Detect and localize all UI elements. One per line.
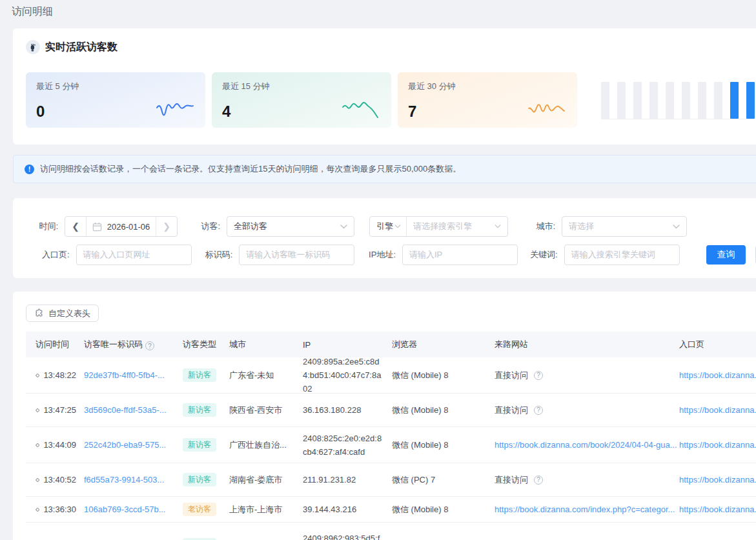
date-picker[interactable]: ❮ 2026-01-06 ❯ [65,216,178,237]
stat-card-5min: 最近 5 分钟 0 [26,72,205,128]
browser-cell: 微信 (Mobile) 8 [392,439,495,451]
col-browser: 浏览器 [392,339,495,350]
visit-time: 13:36:30 [43,505,76,514]
table-row: 13:40:52 f6d55a73-9914-503... 新访客 湖南省-娄底… [26,463,756,497]
visitor-uuid-link[interactable]: 106ab769-3ccd-57b... [84,505,165,514]
city-filter-label: 城市: [508,221,555,232]
visitor-type-badge: 老访客 [183,503,216,515]
ip-cell: 39.144.43.216 [303,503,392,516]
engine-segment-select[interactable]: 引擎 [370,217,407,236]
help-icon[interactable]: ? [534,475,543,485]
customize-columns-label: 自定义表头 [48,308,90,319]
browser-cell: 微信 (PC) 7 [392,474,495,486]
entry-page-link[interactable]: https://book.dizanna.co [679,475,756,485]
help-icon[interactable]: ? [534,371,543,380]
table-row: 13:47:25 3d569c0e-ffdf-53a5-... 新访客 陕西省-… [26,394,756,427]
visit-time: 13:47:25 [43,405,76,415]
referrer-link[interactable]: https://book.dizanna.com/book/2024/04-04… [495,440,677,450]
keyword-filter-label: 关键词: [518,249,558,261]
date-value[interactable]: 2026-01-06 [107,222,150,232]
stat-card-30min: 最近 30 分钟 7 [398,72,577,128]
table-header-row: 访问时间 访客唯一标识码? 访客类型 城市 IP 浏览器 来路网站 入口页 [26,332,756,357]
engine-segment-value: 引擎 [376,221,393,232]
visitor-filter-label: 访客: [178,221,220,232]
page: 访问明细 实时活跃访客数 最近 5 分钟 0 最近 15 分钟 [0,0,756,540]
help-icon[interactable]: ? [145,341,154,350]
visitor-type-badge: 新访客 [183,473,216,486]
customize-columns-button[interactable]: 自定义表头 [26,305,99,322]
city-cell: 广西壮族自治... [229,439,303,451]
visit-table-card: 自定义表头 访问时间 访客唯一标识码? 访客类型 城市 IP 浏览器 来路网站 … [13,292,756,540]
interval-bar-active [730,82,739,119]
visitor-uuid-link[interactable]: 3d569c0e-ffdf-53a5-... [84,405,167,415]
ip-cell: 2408:825c:2e0:e2d:8cb4:627:af4:cafd [303,432,392,459]
prev-day-button[interactable]: ❮ [65,217,86,236]
table-row: 新访客 2409:8962:983:5d5:f0 [26,523,756,540]
ip-cell: 2409:8962:983:5d5:f0 [303,532,392,540]
visitor-uuid-link[interactable]: f6d55a73-9914-503... [84,475,164,485]
interval-bar [666,82,674,119]
query-button[interactable]: 查询 [706,245,746,265]
puzzle-icon [34,308,44,318]
referrer-cell: 直接访问 [495,474,528,486]
chevron-down-icon [673,225,680,229]
city-placeholder: 请选择 [569,221,594,232]
uid-placeholder: 请输入访客唯一标识码 [246,249,330,261]
city-select[interactable]: 请选择 [562,216,687,237]
entry-page-link[interactable]: https://book.dizanna.co [679,405,756,415]
col-entry: 入口页 [679,339,756,350]
sparkline-blue-icon [155,97,195,119]
interval-bar-chart [601,74,755,119]
chevron-down-icon [340,225,347,229]
crosshair-icon [36,371,39,380]
chevron-down-icon [394,225,401,228]
browser-cell: 微信 (Mobile) 8 [392,370,495,381]
page-title: 访问明细 [0,0,756,23]
visit-time: 13:44:09 [43,440,76,450]
referrer-cell: 直接访问 [495,370,528,381]
visitor-uuid-link[interactable]: 92de37fb-4ff0-5fb4-... [84,370,165,380]
notice-text: 访问明细按会话数记录，一个会话一条记录。仅支持查询近15天的访问明细，每次查询最… [40,163,461,175]
realtime-card-title: 实时活跃访客数 [45,41,117,54]
engine-name-select[interactable]: 请选择搜索引擎 [407,217,507,236]
stat-value: 7 [408,104,416,119]
crosshair-icon [36,505,39,514]
help-icon[interactable]: ? [534,406,543,415]
interval-bar [633,82,642,119]
sparkline-orange-icon [527,97,567,119]
visitor-uuid-link[interactable]: 252c42b0-eba9-575... [84,440,166,450]
visitor-uid-input[interactable]: 请输入访客唯一标识码 [239,245,354,265]
entry-page-link[interactable]: https://book.dizanna.co [679,440,756,450]
realtime-visitors-card: 实时活跃访客数 最近 5 分钟 0 最近 15 分钟 4 [13,28,756,145]
filter-row-2: 入口页: 请输入入口页网址 标识码: 请输入访客唯一标识码 IP地址: 请输入I… [26,245,756,265]
crosshair-icon [36,406,39,415]
browser-cell: 微信 (Mobile) 8 [392,405,495,416]
visitor-type-value: 全部访客 [234,221,267,232]
browser-cell: 微信 (Mobile) 8 [392,504,495,515]
keyword-input[interactable]: 请输入搜索引擎关键词 [564,245,680,265]
visitor-type-select[interactable]: 全部访客 [227,216,354,237]
ip-input[interactable]: 请输入IP [402,245,518,265]
stat-label: 最近 30 分钟 [408,81,567,92]
interval-bar [682,82,690,119]
next-day-button[interactable]: ❯ [156,217,177,236]
col-city: 城市 [229,339,303,350]
referrer-link[interactable]: https://book.dizanna.com/index.php?c=cat… [495,505,675,514]
calendar-icon [92,222,102,232]
entry-page-input[interactable]: 请输入入口页网址 [76,245,192,265]
stat-card-15min: 最近 15 分钟 4 [212,72,391,128]
filter-row-1: 时间: ❮ 2026-01-06 ❯ 访客: 全部访客 引擎 [26,216,756,237]
table-row: 13:44:09 252c42b0-eba9-575... 新访客 广西壮族自治… [26,427,756,463]
interval-bar [698,82,706,119]
realtime-card-body: 最近 5 分钟 0 最近 15 分钟 4 最近 30 分 [26,72,756,128]
stat-value: 0 [36,104,45,119]
city-cell: 上海市-上海市 [229,504,303,515]
ip-filter-label: IP地址: [354,249,396,261]
search-engine-select-group[interactable]: 引擎 请选择搜索引擎 [369,216,508,237]
entry-placeholder: 请输入入口页网址 [83,249,150,261]
entry-page-link[interactable]: https://book.dizanna.co [679,505,756,514]
entry-page-link[interactable]: https://book.dizanna.co [679,370,756,380]
col-time: 访问时间 [36,339,84,350]
keyword-placeholder: 请输入搜索引擎关键词 [571,249,655,261]
col-type: 访客类型 [183,339,229,350]
